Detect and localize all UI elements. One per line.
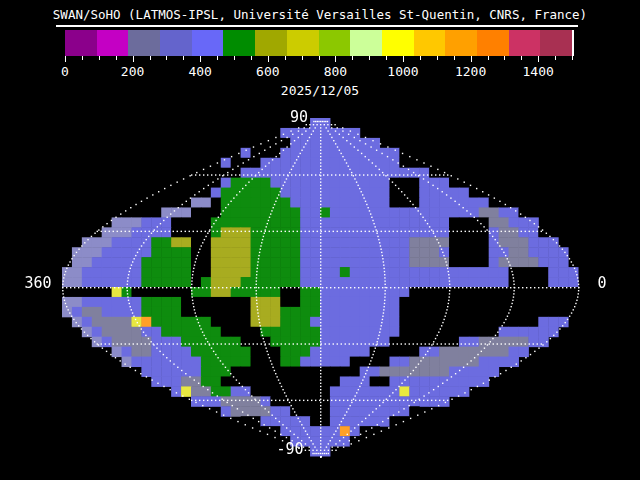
lon-label-right: 0 (592, 274, 612, 292)
sky-map-canvas (0, 0, 640, 480)
lon-label-left: 360 (20, 274, 56, 292)
lat-label-south: -90 (270, 440, 310, 458)
swan-allsky-viewer: SWAN/SoHO (LATMOS-IPSL, Université Versa… (0, 0, 640, 480)
lat-label-north: 90 (283, 108, 315, 126)
